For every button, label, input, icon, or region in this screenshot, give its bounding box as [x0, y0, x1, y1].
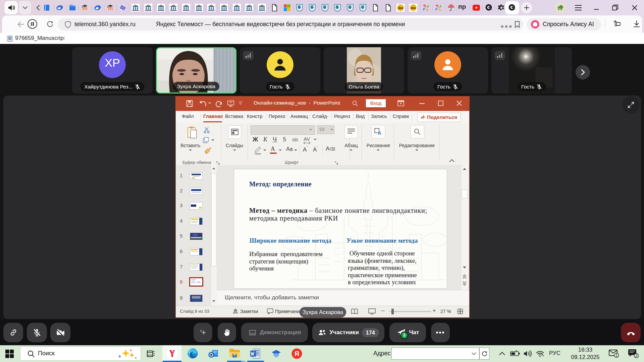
svg-text:Я: Я [294, 350, 299, 357]
svg-text:3: 3 [635, 354, 637, 358]
svg-text:A: A [378, 130, 381, 135]
svg-text:1: 1 [615, 354, 618, 357]
